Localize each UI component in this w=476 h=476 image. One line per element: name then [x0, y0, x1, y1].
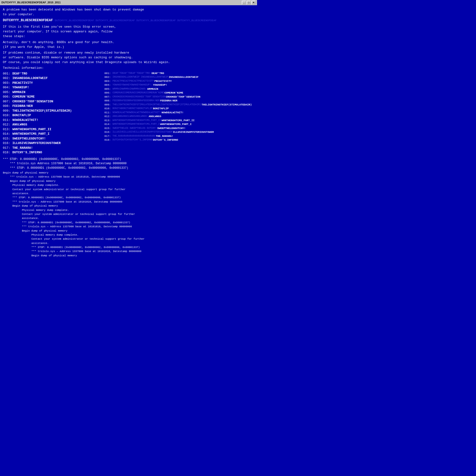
stop-r1: *** STOP: 0.000000D1 (0x0000000C, 0x0000… [12, 196, 254, 200]
error-item-right-13: 014:WHNTHENGHTCMSWHNTHENGHTCMS_PART_IWHN… [104, 122, 252, 126]
contact-2: Contact your system administrator or tec… [22, 213, 254, 216]
error-item-left-3: 004:YOWAKEUP! [3, 85, 102, 90]
error-item-left-16: 017:THE_RARARA! [3, 146, 102, 151]
begin-dump2: Begin dump of physical memory [3, 179, 254, 183]
tech-info-label: Technical information: [3, 66, 254, 70]
begin-dump: Begin dump of physical memory [3, 171, 254, 175]
trololo-r3: *** trololo.sys – Address 1337000 base a… [32, 250, 254, 253]
error-item-right-16: 017:THE_RARARARARARARARARARARARARATHE_RA… [104, 134, 252, 138]
intro-line1: A problem has been detecetd and Windows … [3, 8, 254, 12]
para1-l2: restart your computer. If this screen ap… [3, 30, 254, 34]
stop-line: *** STOP: 0.000000D1 (0x0000000C, 0x0000… [3, 157, 254, 161]
window-title: DUTCHYYY_BLUESCREENOFDEAF_2010_2011 [1, 1, 61, 4]
error-item-right-12: 013:WHNTHENGHTCMSWHNTHENGHTCMS_PART_IIWH… [104, 119, 252, 122]
beginr1: Begin dump of physical memory [12, 204, 254, 208]
contact-1: Contact your system administrator or tec… [12, 188, 254, 191]
maximize-button[interactable]: □ [247, 1, 251, 4]
main-title-section: DUTCHYYY_BLUESCREENOFDEAF DUTCHYYY_BLUES… [3, 18, 254, 23]
error-item-right-8: 009:THELIGHTNINGTHIEFSTIMULATEDAIRTHELIG… [104, 103, 252, 107]
error-item-right-3: 004:YOWAKEYOWAKEYOWAKEYOWAKEUP!: YOWAKEU… [104, 83, 252, 87]
contact-3: Contact your system administrator or tec… [32, 237, 254, 241]
error-item-left-14: 015:SWEEPTHELEGDUTCHY! [3, 136, 102, 141]
para3-l1: If problems continue, disable or remove … [3, 51, 254, 55]
main-title-ghost: DUTCHYYY_BLUESCREENOFDEAF DUTCHYYY_BLUES… [55, 19, 217, 22]
dump-repeat-3: Physical memory dump complete. Contact y… [32, 233, 254, 257]
error-item-right-1: 002:INSANEGOALLDONTWEIF INSANEGOALLDONTW… [104, 75, 252, 79]
trololo2: *** trololo.sys – Address 1337000 base a… [3, 175, 254, 179]
error-item-left-1: 002:INSANEGOALLDONTWEIF [3, 76, 102, 81]
error-col-left: 001:DEAF'TRO002:INSANEGOALLDONTWEIF003:P… [3, 71, 104, 155]
para1-l3: these steps: [3, 34, 254, 38]
error-item-left-13: 014:WHNTHENGHTCMS_PART_I [3, 132, 102, 136]
bsod-window: DUTCHYYY_BLUESCREENOFDEAF_2010_2011 _ □ … [0, 0, 257, 257]
trololo-r1: *** trololo.sys – Address 1337000 base a… [12, 200, 254, 204]
error-item-right-7: 008:FEEDBRAFEEDBRAFEEDBRAFEEEDBRA!NERFEE… [104, 99, 252, 103]
assist-1: assistance. [12, 192, 254, 195]
error-item-left-7: 008:FEEDBRA!NER [3, 104, 102, 108]
error-item-right-9: 010:BONITABONITABONITABONITAFLIPBONITAFL… [104, 107, 252, 111]
phys-complete-3: Physical memory dump complete. [32, 233, 254, 237]
assist-3: assistance. [32, 241, 254, 245]
error-item-right-5: 006:COMERUNICOMERUNICOMERUNICOMERUN'N2ME… [104, 91, 252, 95]
beginr2: Begin dump of physical memory [22, 229, 254, 233]
stop-section: *** STOP: 0.000000D1 (0x0000000C, 0x0000… [3, 157, 254, 170]
error-item-right-4: 005:WRMRAINWRMRAINWRMRAIN05: WRMRAIN [104, 87, 252, 91]
error-col-right: 001:DEAF'TDEAF'TDEAF'TDEAF'TRO: DEAF'TRO… [104, 71, 254, 155]
para3-l2: or software. Disable BIOS memory options… [3, 55, 254, 60]
stop-r3: *** STOP: 0.000000D1 (0x0000000C, 0x0000… [32, 246, 254, 249]
error-item-left-12: 013:WHNTHENGHTCMS_PART_II [3, 127, 102, 132]
para2-l1: Actually, don't do anything. BSODs are g… [3, 40, 254, 45]
intro-line2: to your computer. [3, 12, 254, 17]
error-item-right-14: 015:SWEEPTHELEG SWEEPTHELEG DUTCHY!SWEEP… [104, 126, 252, 130]
error-item-left-15: 016:ILLUSIVEINAMYSTERIOUSTOWER [3, 141, 102, 146]
titlebar: DUTCHYYY_BLUESCREENOFDEAF_2010_2011 _ □ … [0, 0, 257, 5]
trololo-line: *** trololo.sys Address 1337000 base at … [3, 162, 254, 166]
stop-r2: *** STOP: 0.000000D1 (0x0000000C, 0x0000… [22, 221, 254, 224]
error-item-left-9: 010:BONITAFLIP [3, 113, 102, 118]
error-item-left-6: 007:CROOKED'TOOF'SENSATION [3, 99, 102, 104]
error-item-right-2: 003:PBCACTPBCACTPBCACTPBCACTIVITYPBCACTI… [104, 79, 252, 83]
error-item-left-4: 005:WRMRAIN [3, 90, 102, 95]
bsod-content: A problem has been detecetd and Windows … [0, 5, 257, 257]
error-item-left-2: 003:PBCACTIVITY [3, 81, 102, 85]
assist-2: assistance. [22, 217, 254, 220]
para3-l3: Of course, you could simply not run anyt… [3, 60, 254, 65]
error-item-left-5: 006:COMERUN'N2ME [3, 95, 102, 99]
beginr3: Begin dump of physical memory [32, 254, 254, 257]
dump-repeat-1: Physical memory dump complete. Contact y… [12, 184, 254, 208]
para1-l1: If this is the first time you've seen th… [3, 25, 254, 29]
para2-l2: (If you work for Apple, that is.) [3, 45, 254, 49]
error-list: 001:DEAF'TRO002:INSANEGOALLDONTWEIF003:P… [3, 71, 254, 155]
dump-repeat-2: Physical memory dump complete. Contact y… [22, 208, 254, 233]
error-item-left-8: 009:THELIGHTNINGTHIEF(STIMULATEDAIR) [3, 108, 102, 113]
error-item-left-10: 011:NOWDEALWITHIT! [3, 118, 102, 122]
close-button[interactable]: ✕ [251, 1, 255, 4]
error-item-left-0: 001:DEAF'TRO [3, 71, 102, 76]
phys-complete-1: Physical memory dump complete. [12, 184, 254, 187]
error-item-left-17: 018:DUTCHY'S_INFERNO [3, 150, 102, 155]
window-controls: _ □ ✕ [242, 1, 255, 4]
stop-line2: *** STOP: 0.000000D1 (0x0000000C, 0x0000… [3, 166, 254, 170]
trololo-r2: *** trololo.sys – Address 1337000 base a… [22, 225, 254, 228]
error-item-right-10: 011:NOWDEALWITNOWDEALWITNOWDEALWITHIT!NO… [104, 111, 252, 115]
minimize-button[interactable]: _ [242, 1, 246, 4]
error-item-right-15: 016:ILLUSIVEILLUSIVEILLUSIVEINAMYSTERIOU… [104, 130, 252, 134]
dump-block-0: Begin dump of physical memory *** trolol… [3, 171, 254, 183]
error-item-right-11: 012:ANGLWNGANGCLWNGSANGLWNGS: ANGLWNGS [104, 115, 252, 119]
error-item-right-0: 001:DEAF'TDEAF'TDEAF'TDEAF'TRO: DEAF'TRO [104, 71, 252, 75]
main-title: DUTCHYYY_BLUESCREENOFDEAF [3, 18, 53, 23]
phys-complete-2: Physical memory dump complete. [22, 208, 254, 212]
error-item-left-11: 012:ANGLWNGS [3, 122, 102, 127]
error-item-right-17: 018:DUTCHYDUTCHYDUTCHY'S_INFERNODUTCHY'S… [104, 138, 252, 142]
error-item-right-6: 007:CROOKEEDCROOKEECROOKED'TOOF'SENSATIO… [104, 95, 252, 99]
